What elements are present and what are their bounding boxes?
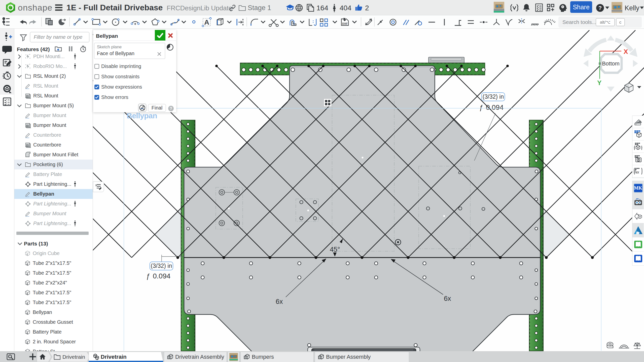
svg-text:X: X (624, 48, 628, 55)
svg-text:x: x (637, 170, 639, 174)
svg-text:6x: 6x (276, 298, 283, 305)
svg-text:alt/⌥: alt/⌥ (600, 20, 611, 25)
svg-text:Bottom: Bottom (602, 60, 620, 67)
svg-text:A: A (204, 18, 209, 26)
svg-text:c: c (619, 20, 622, 25)
svg-text:45°: 45° (330, 246, 340, 253)
svg-text:ƒ: ƒ (146, 272, 150, 280)
svg-text:(3/32) in: (3/32) in (151, 263, 172, 269)
svg-text:Search tools...: Search tools... (562, 19, 596, 25)
svg-text:6x: 6x (444, 295, 451, 302)
svg-text:0.094: 0.094 (486, 103, 504, 111)
svg-text:Bellypan: Bellypan (127, 112, 157, 120)
svg-text:ƒ: ƒ (479, 104, 483, 111)
svg-text:0.094: 0.094 (153, 272, 170, 280)
svg-text:(3/32) in: (3/32) in (483, 93, 504, 100)
svg-text:Y: Y (597, 79, 601, 87)
svg-text:?: ? (598, 5, 602, 11)
svg-text:?: ? (170, 106, 172, 111)
svg-text:DXF: DXF (342, 22, 348, 25)
